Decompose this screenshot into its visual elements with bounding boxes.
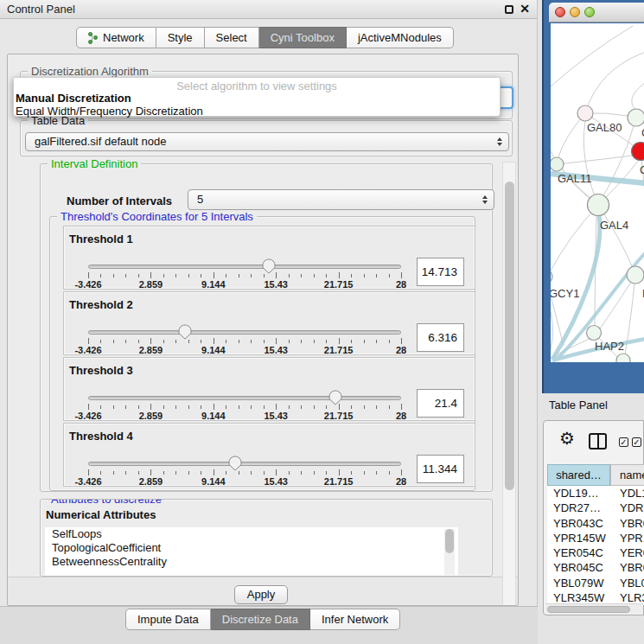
node-h[interactable] [627,266,644,284]
gear-icon[interactable]: ⚙ [559,430,575,447]
slider-handle[interactable] [328,390,342,405]
node-gal11[interactable] [551,157,564,171]
threshold-panel: Threshold 1 -3.4262.8599.14415.4321.7152… [63,226,475,290]
numerical-attributes-list: SelfLoops TopologicalCoefficient Between… [45,527,458,577]
tab-label: Cyni Toolbox [271,28,335,48]
slider-track[interactable] [88,396,401,400]
tab-select[interactable]: Select [205,27,259,48]
checkbox-icon[interactable]: ✓ [632,437,641,447]
panel-scrollbar[interactable] [502,162,516,606]
tick-mark [289,471,290,475]
tick-mark [88,469,89,475]
tick-mark [264,405,265,409]
scrollbar-thumb[interactable] [505,182,514,490]
slider-track[interactable] [88,265,401,269]
scale-label: 28 [396,411,406,421]
threshold-slider[interactable]: -3.4262.8599.14415.4321.71528 [88,424,401,488]
slider-track[interactable] [88,462,401,466]
cell: YLR345W [553,591,604,604]
tab-network[interactable]: Network [76,27,156,48]
node-label: HAP2 [595,340,624,353]
tick-mark [201,274,201,277]
table-row[interactable]: YER054CYER0 [547,545,644,560]
tick-mark [138,471,139,475]
table-panel-title: Table Panel [549,399,608,411]
tick-mark [276,469,277,475]
node-gal80[interactable] [577,105,593,121]
threshold-value-field[interactable]: 6.316 [417,323,464,352]
tab-impute-data[interactable]: Impute Data [125,609,211,630]
list-item[interactable]: SelfLoops [45,527,458,541]
column-header-shared-name[interactable]: shared… [547,464,610,486]
table-row[interactable]: YPR145WYPR1 [547,531,644,545]
dropdown-item-manual[interactable]: Manual Discretization [16,92,131,105]
tab-style[interactable]: Style [156,27,205,48]
node-selected-red[interactable] [632,143,644,161]
tick-mark [289,340,290,343]
table-row[interactable]: YBR043CYBR0 [547,516,644,531]
tab-infer-network[interactable]: Infer Network [310,609,400,630]
scale-label: 21.715 [324,279,354,290]
number-of-intervals-label: Number of Intervals [67,194,172,207]
cell: YER054C [553,546,603,559]
tab-label: Style [168,28,193,48]
node-partial[interactable] [628,109,644,126]
table-row[interactable]: YBR045CYBR0 [547,560,644,575]
scale-label: 9.144 [201,279,226,290]
network-window-titlebar[interactable] [549,3,644,22]
threshold-value-field[interactable]: 11.344 [417,455,464,483]
stepper-icon [482,195,488,204]
node-gal4[interactable] [588,194,609,216]
slider-track[interactable] [88,330,401,335]
close-icon[interactable]: ✕ [520,2,530,16]
tick-mark [201,340,201,343]
tick-mark [314,405,315,409]
tick-mark [88,404,89,410]
tick-mark [163,405,164,409]
tick-mark [113,471,114,475]
slider-scale-labels: -3.4262.8599.14415.4321.71528 [88,476,401,487]
slider-handle[interactable] [228,456,242,471]
close-traffic-light-icon[interactable] [555,7,565,17]
apply-button[interactable]: Apply [234,585,288,604]
threshold-value-field[interactable]: 14.713 [417,258,464,286]
numerical-attributes-label: Numerical Attributes [46,508,156,521]
scale-label: 2.859 [139,411,163,421]
zoom-traffic-light-icon[interactable] [584,7,595,17]
slider-handle[interactable] [262,258,276,274]
node-gcy1[interactable] [551,270,552,284]
table-data-combobox[interactable]: galFiltered.sif default node [25,132,509,151]
list-item[interactable]: BetweennessCentrality [45,555,458,569]
list-scrollbar[interactable] [444,529,455,575]
scrollbar-thumb[interactable] [547,606,630,613]
table-row[interactable]: YDR27…YDR2 [547,501,644,515]
network-canvas[interactable]: GAL80 GAL11 GAL4 GCY1 HAP2 G C H [551,23,644,362]
threshold-slider[interactable]: -3.4262.8599.14415.4321.71528 [88,226,401,290]
list-item[interactable]: TopologicalCoefficient [45,541,458,555]
scrollbar-thumb[interactable] [445,529,454,553]
dropdown-item-equal-width[interactable]: Equal Width/Frequency Discretization [16,105,203,118]
tab-jactivemnodules[interactable]: jActiveMNodules [347,27,454,48]
float-icon[interactable] [505,5,513,14]
scale-label: -3.426 [74,345,101,355]
tab-discretize-data[interactable]: Discretize Data [211,609,310,630]
combobox-value: galFiltered.sif default node [35,135,166,148]
threshold-value-field[interactable]: 21.4 [417,389,464,418]
tick-mark [326,340,327,343]
node-partial[interactable] [616,354,630,362]
table-row[interactable]: YDL19…YDL1 [547,486,644,501]
threshold-slider[interactable]: -3.4262.8599.14415.4321.71528 [88,358,401,422]
number-of-intervals-combobox[interactable]: 5 [188,189,494,210]
threshold-slider[interactable]: -3.4262.8599.14415.4321.71528 [88,292,401,356]
table-row[interactable]: YBL079WYBL0 [547,576,644,590]
minimize-traffic-light-icon[interactable] [570,7,580,17]
slider-scale-labels: -3.4262.8599.14415.4321.71528 [88,279,401,290]
horizontal-scrollbar[interactable] [545,603,643,614]
checkbox-icon[interactable]: ✓ [619,437,628,447]
column-header-name[interactable]: name [610,464,644,486]
node-hap2[interactable] [587,326,602,341]
tab-cyni-toolbox[interactable]: Cyni Toolbox [259,27,347,48]
slider-handle[interactable] [178,324,192,340]
split-pane-icon[interactable] [589,433,607,450]
node-label: GAL11 [558,172,592,185]
